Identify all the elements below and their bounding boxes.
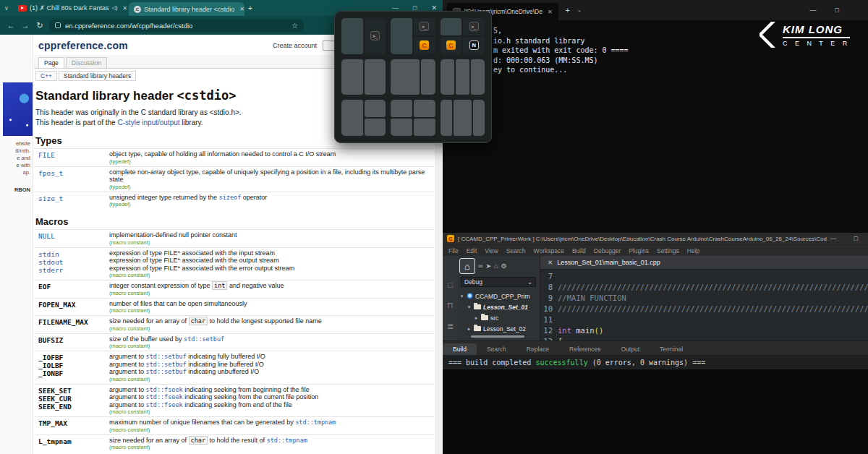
menu-debugger[interactable]: Debugger (594, 247, 621, 254)
inline-code-link[interactable]: std::setbuf (146, 368, 187, 375)
snap-layout-option-2[interactable]: >_ C (391, 18, 435, 54)
terminal-dropdown-icon[interactable]: ⌄ (577, 7, 582, 13)
bookmark-star-icon[interactable]: ☆ (292, 22, 298, 30)
home-icon[interactable]: ⌂ (494, 262, 498, 270)
entity-kind-tag: (typedef) (109, 184, 434, 190)
tab-search-caret-icon[interactable]: ∨ (0, 5, 13, 12)
editor-tab-close-icon[interactable]: ✕ (548, 259, 553, 266)
tree-expander-icon[interactable]: ▸ (474, 315, 479, 321)
tree-expander-icon[interactable]: ▸ (467, 326, 472, 332)
symbol-link[interactable]: stdin (38, 250, 106, 258)
snap-layout-option-4[interactable] (341, 59, 386, 95)
codelite-minimize-button[interactable]: — (830, 235, 837, 242)
forward-icon[interactable]: → (20, 21, 30, 30)
workspace-horizontal-scrollbar[interactable] (471, 335, 524, 338)
menu-workspace[interactable]: Workspace (534, 247, 564, 254)
tree-expander-icon[interactable]: ▾ (467, 304, 472, 310)
inline-code-link[interactable]: std::setbuf (184, 335, 224, 343)
menu-file[interactable]: File (448, 247, 459, 254)
inline-code-box[interactable]: int (212, 281, 227, 290)
snap-layout-option-8[interactable] (391, 100, 435, 136)
terminal-new-tab-button[interactable]: + (566, 6, 570, 14)
inline-code-link[interactable]: std::setbuf (146, 353, 187, 360)
inline-code-link[interactable]: std::fseek (146, 401, 183, 408)
address-bar[interactable]: en.cppreference.com/w/cpp/header/cstdio … (49, 20, 304, 32)
terminal-tab-close-icon[interactable]: ✕ (548, 9, 553, 15)
tree-item-ccamd_cpp_prim[interactable]: ▾CCAMD_CPP_Prim (459, 291, 540, 301)
codelite-maximize-button[interactable]: □ (854, 235, 858, 242)
output-tab-replace[interactable]: Replace (516, 343, 559, 355)
menu-build[interactable]: Build (572, 247, 586, 254)
tab-discussion[interactable]: Discussion (66, 57, 107, 68)
tree-item-lesson_set_02[interactable]: ▸Lesson_Set_02 (459, 323, 540, 334)
terminal-maximize-button[interactable]: □ (835, 7, 839, 14)
code-area[interactable]: 78//////////////////////////////////////… (540, 270, 868, 340)
menu-settings[interactable]: Settings (657, 247, 679, 254)
settings-wrench-icon[interactable]: ⚙ (501, 262, 506, 270)
inline-code-link[interactable]: <stdio.h> (210, 108, 239, 116)
tree-item-lesson_set_01[interactable]: ▾Lesson_Set_01 (459, 301, 540, 312)
create-account-link[interactable]: Create account (273, 42, 317, 49)
inline-code-link[interactable]: sizeof (219, 194, 242, 201)
output-tab-build[interactable]: Build (443, 343, 477, 355)
inline-code-link[interactable]: std::fseek (146, 386, 183, 393)
inline-code-box[interactable]: char (189, 317, 208, 325)
new-tab-button[interactable]: + (244, 4, 256, 12)
symbol-link[interactable]: size_t (38, 194, 106, 202)
layers-view-icon[interactable]: ≣ (447, 322, 454, 331)
inline-code-link[interactable]: std::fseek (146, 393, 183, 401)
snap-layout-option-9[interactable] (441, 100, 485, 136)
menu-help[interactable]: Help (687, 247, 699, 254)
output-tab-references[interactable]: References (559, 343, 610, 355)
build-config-select[interactable]: Debug⌄ (461, 277, 536, 287)
kimlong-subtitle: C E N T E R (783, 40, 850, 47)
menu-search[interactable]: Search (506, 247, 526, 254)
folder-view-icon[interactable]: □ (448, 280, 453, 289)
snap-layout-option-1[interactable]: >_ (341, 18, 386, 54)
symbol-link[interactable]: stdout (38, 258, 106, 266)
entity-kind-tag: (macro constant) (109, 325, 434, 332)
terminal-minimize-button[interactable]: — (810, 7, 817, 14)
tab-close-icon[interactable]: ✕ (239, 6, 244, 12)
tree-item-src[interactable]: ▸src (459, 312, 540, 323)
workspace-home-button[interactable]: ⌂ (459, 258, 475, 274)
inline-code-link[interactable]: std::setbuf (146, 361, 187, 368)
browser-tab-youtube[interactable]: (1) ✗ Chill 80s Dark Fantas ◁) ✕ (13, 0, 129, 16)
snap-layout-option-3[interactable]: >_ C N (441, 18, 485, 54)
link-editor-icon[interactable]: ∞ (478, 262, 482, 270)
symbol-link[interactable]: fpos_t (38, 169, 106, 177)
tab-page[interactable]: Page (38, 57, 64, 68)
code-token: //MAIN FUNCTION (558, 294, 626, 302)
cppreference-logo[interactable]: cppreference.com (38, 40, 128, 51)
site-info-icon[interactable] (55, 22, 61, 28)
menu-view[interactable]: View (485, 247, 498, 254)
url-text[interactable]: en.cppreference.com/w/cpp/header/cstdio (65, 22, 287, 30)
tab-close-icon[interactable]: ✕ (122, 5, 127, 12)
outline-view-icon[interactable]: ⊓ (447, 301, 454, 310)
menu-plugins[interactable]: Plugins (629, 247, 649, 254)
inline-link[interactable]: C-style input/output (117, 119, 179, 127)
snap-layout-option-5[interactable] (391, 59, 435, 95)
symbol-link[interactable]: stderr (38, 266, 106, 274)
output-tab-output[interactable]: Output (611, 343, 650, 355)
editor-tab-title[interactable]: Lesson_Set_01\main_basic_01.cpp (557, 259, 660, 266)
snap-layout-option-6[interactable] (441, 59, 485, 95)
sidebar-ad[interactable]: ebsite8/mth.e ande withap. RBON (0, 35, 33, 454)
snap-layout-option-7[interactable] (341, 100, 386, 136)
symbol-link[interactable]: FILE (38, 151, 106, 159)
output-tab-search[interactable]: Search (477, 343, 516, 355)
browser-tab-cppreference[interactable]: C Standard library header <cstdio ✕ (129, 2, 244, 16)
inline-code-link[interactable]: std::tmpnam (295, 419, 336, 426)
inline-code-link[interactable]: std::tmpnam (267, 437, 307, 444)
refresh-icon[interactable]: ↻ (35, 21, 45, 30)
menu-edit[interactable]: Edit (467, 247, 477, 254)
back-icon[interactable]: ← (6, 21, 16, 30)
breadcrumb-cpp[interactable]: C++ (35, 71, 57, 81)
output-tab-terminal[interactable]: Terminal (650, 343, 693, 355)
send-icon[interactable]: ➤ (485, 262, 491, 270)
audio-speaker-icon[interactable]: ◁) (112, 5, 118, 11)
symbol-link[interactable]: NULL (38, 232, 106, 240)
breadcrumb-headers[interactable]: Standard library headers (59, 71, 136, 81)
inline-code-box[interactable]: char (189, 436, 208, 445)
tree-expander-icon[interactable]: ▾ (459, 294, 464, 299)
